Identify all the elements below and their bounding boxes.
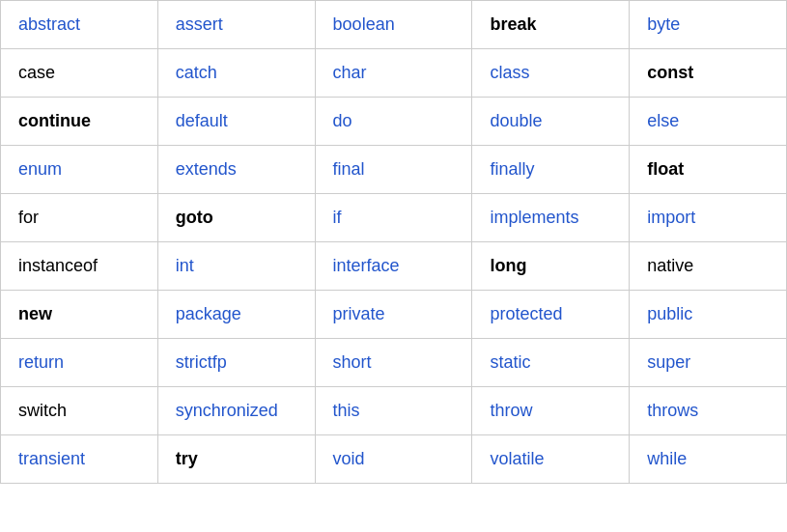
table-cell: private xyxy=(315,291,472,339)
table-row: instanceofintinterfacelongnative xyxy=(1,242,787,291)
table-row: forgotoifimplementsimport xyxy=(1,194,787,242)
table-row: returnstrictfpshortstaticsuper xyxy=(1,339,787,387)
table-cell: switch xyxy=(1,387,158,435)
table-cell: throws xyxy=(630,387,787,435)
table-cell: this xyxy=(315,387,472,435)
table-cell: assert xyxy=(157,1,315,49)
table-cell: const xyxy=(630,49,787,98)
table-cell: while xyxy=(630,435,787,484)
table-cell: static xyxy=(472,339,630,387)
table-cell: else xyxy=(630,98,787,146)
table-cell: goto xyxy=(157,194,315,242)
table-cell: volatile xyxy=(472,435,630,484)
table-cell: return xyxy=(1,339,158,387)
table-cell: strictfp xyxy=(157,339,315,387)
table-cell: super xyxy=(630,339,787,387)
table-cell: public xyxy=(630,291,787,339)
table-row: newpackageprivateprotectedpublic xyxy=(1,291,787,339)
table-row: enumextendsfinalfinallyfloat xyxy=(1,146,787,194)
table-row: transienttryvoidvolatilewhile xyxy=(1,435,787,484)
table-cell: if xyxy=(315,194,472,242)
table-cell: synchronized xyxy=(157,387,315,435)
table-cell: char xyxy=(315,49,472,98)
table-cell: boolean xyxy=(315,1,472,49)
table-cell: enum xyxy=(1,146,158,194)
table-cell: try xyxy=(157,435,315,484)
table-cell: double xyxy=(472,98,630,146)
table-cell: default xyxy=(157,98,315,146)
keywords-table: abstractassertbooleanbreakbytecasecatchc… xyxy=(0,0,787,484)
table-cell: abstract xyxy=(1,1,158,49)
table-cell: protected xyxy=(472,291,630,339)
table-cell: implements xyxy=(472,194,630,242)
table-cell: new xyxy=(1,291,158,339)
table-cell: byte xyxy=(630,1,787,49)
table-cell: do xyxy=(315,98,472,146)
table-row: continuedefaultdodoubleelse xyxy=(1,98,787,146)
table-cell: continue xyxy=(1,98,158,146)
table-cell: native xyxy=(630,242,787,291)
table-cell: instanceof xyxy=(1,242,158,291)
table-cell: finally xyxy=(472,146,630,194)
table-cell: import xyxy=(630,194,787,242)
table-cell: float xyxy=(630,146,787,194)
table-cell: final xyxy=(315,146,472,194)
table-cell: break xyxy=(472,1,630,49)
table-cell: interface xyxy=(315,242,472,291)
table-cell: package xyxy=(157,291,315,339)
table-cell: catch xyxy=(157,49,315,98)
table-cell: class xyxy=(472,49,630,98)
table-cell: long xyxy=(472,242,630,291)
table-cell: int xyxy=(157,242,315,291)
table-cell: void xyxy=(315,435,472,484)
table-cell: transient xyxy=(1,435,158,484)
table-row: casecatchcharclassconst xyxy=(1,49,787,98)
table-cell: extends xyxy=(157,146,315,194)
table-cell: case xyxy=(1,49,158,98)
table-cell: short xyxy=(315,339,472,387)
table-cell: for xyxy=(1,194,158,242)
table-row: switchsynchronizedthisthrowthrows xyxy=(1,387,787,435)
table-cell: throw xyxy=(472,387,630,435)
table-row: abstractassertbooleanbreakbyte xyxy=(1,1,787,49)
